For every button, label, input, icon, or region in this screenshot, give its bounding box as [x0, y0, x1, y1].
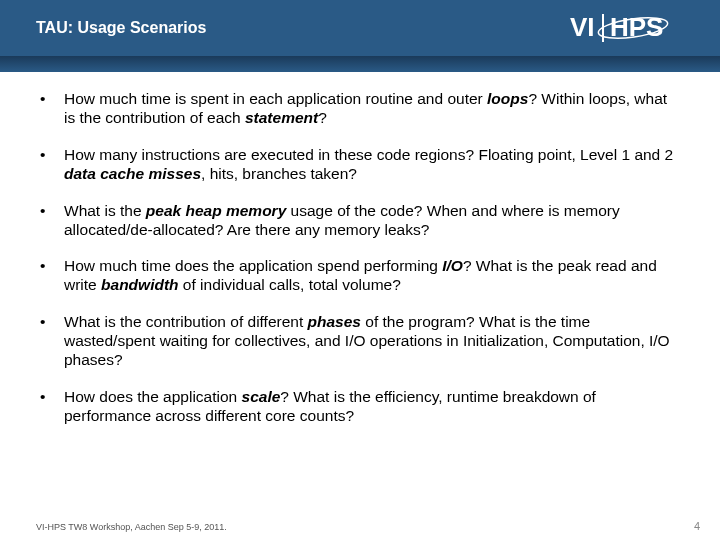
footer-text: VI-HPS TW8 Workshop, Aachen Sep 5-9, 201… [36, 522, 227, 532]
bullet-text: How does the application scale? What is … [64, 388, 680, 426]
bullet-item: How much time does the application spend… [40, 257, 680, 295]
bullet-text: What is the peak heap memory usage of th… [64, 202, 680, 240]
slide-content: How much time is spent in each applicati… [0, 72, 720, 426]
header-underbar [0, 56, 720, 72]
bullet-text: What is the contribution of different ph… [64, 313, 680, 370]
bullet-item: How does the application scale? What is … [40, 388, 680, 426]
bullet-list: How much time is spent in each applicati… [40, 90, 680, 426]
vihps-logo: VI HPS [570, 8, 700, 48]
bullet-text: How much time does the application spend… [64, 257, 680, 295]
bullet-item: How much time is spent in each applicati… [40, 90, 680, 128]
bullet-item: What is the peak heap memory usage of th… [40, 202, 680, 240]
logo-vi: VI [570, 12, 595, 42]
slide-title: TAU: Usage Scenarios [36, 19, 206, 37]
slide-footer: VI-HPS TW8 Workshop, Aachen Sep 5-9, 201… [36, 520, 700, 532]
bullet-item: What is the contribution of different ph… [40, 313, 680, 370]
page-number: 4 [694, 520, 700, 532]
bullet-text: How many instructions are executed in th… [64, 146, 680, 184]
bullet-item: How many instructions are executed in th… [40, 146, 680, 184]
slide-header: TAU: Usage Scenarios VI HPS [0, 0, 720, 56]
bullet-text: How much time is spent in each applicati… [64, 90, 680, 128]
logo-svg: VI HPS [570, 8, 700, 48]
